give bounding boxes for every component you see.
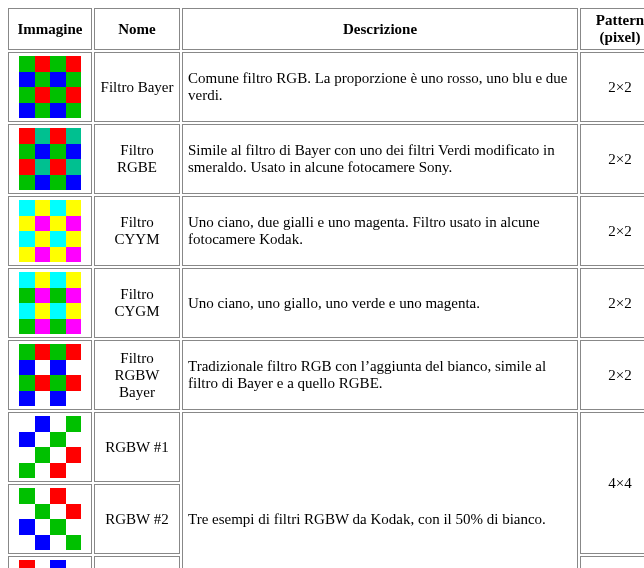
swatch-pixel [50, 56, 66, 72]
swatch-pixel [19, 288, 35, 304]
swatch-pixel [19, 231, 35, 247]
swatch-pixel [19, 87, 35, 103]
swatch-pixel [35, 103, 51, 119]
desc-cell: Simile al filtro di Bayer con uno dei fi… [182, 124, 578, 194]
swatch-pixel [19, 103, 35, 119]
swatch-pixel [35, 303, 51, 319]
swatch-pixel [35, 159, 51, 175]
swatch-pixel [50, 447, 66, 463]
swatch-cell [8, 340, 92, 410]
swatch-pixel [66, 416, 82, 432]
table-row: Filtro CYGM Uno ciano, uno giallo, uno v… [8, 268, 644, 338]
swatch-pixel [50, 535, 66, 551]
swatch-rgbe [19, 128, 81, 190]
swatch-pixel [50, 560, 66, 568]
swatch-pixel [19, 159, 35, 175]
swatch-pixel [50, 272, 66, 288]
pattern-cell: 2×2 [580, 52, 644, 122]
pattern-cell: 2×2 [580, 124, 644, 194]
swatch-pixel [35, 216, 51, 232]
header-pattern-line1: Pattern [596, 12, 644, 28]
name-cell: RGBW #2 [94, 484, 180, 554]
swatch-pixel [19, 144, 35, 160]
desc-cell: Uno ciano, uno giallo, uno verde e uno m… [182, 268, 578, 338]
swatch-pixel [35, 488, 51, 504]
swatch-pixel [35, 360, 51, 376]
swatch-pixel [66, 288, 82, 304]
swatch-pixel [19, 272, 35, 288]
swatch-pixel [66, 319, 82, 335]
swatch-pixel [19, 56, 35, 72]
swatch-pixel [50, 159, 66, 175]
swatch-cell [8, 268, 92, 338]
swatch-pixel [35, 288, 51, 304]
name-cell: Filtro CYYM [94, 196, 180, 266]
swatch-pixel [35, 87, 51, 103]
swatch-pixel [19, 519, 35, 535]
swatch-pixel [35, 175, 51, 191]
swatch-pixel [35, 375, 51, 391]
pattern-cell: 4×4 [580, 412, 644, 554]
swatch-pixel [35, 416, 51, 432]
name-cell: Filtro RGBE [94, 124, 180, 194]
filters-table: Immagine Nome Descrizione Pattern (pixel… [6, 6, 644, 568]
swatch-pixel [66, 519, 82, 535]
swatch-pixel [50, 231, 66, 247]
swatch-pixel [19, 319, 35, 335]
pattern-cell: 2×2 [580, 196, 644, 266]
swatch-pixel [35, 144, 51, 160]
swatch-pixel [66, 159, 82, 175]
swatch-pixel [35, 463, 51, 479]
table-row: Filtro RGBE Simile al filtro di Bayer co… [8, 124, 644, 194]
swatch-cell [8, 196, 92, 266]
table-row: RGBW #1 Tre esempi di filtri RGBW da Kod… [8, 412, 644, 482]
swatch-pixel [19, 560, 35, 568]
swatch-pixel [35, 344, 51, 360]
swatch-pixel [35, 447, 51, 463]
swatch-pixel [19, 488, 35, 504]
swatch-pixel [35, 519, 51, 535]
swatch-pixel [50, 416, 66, 432]
swatch-pixel [19, 72, 35, 88]
swatch-pixel [19, 175, 35, 191]
swatch-cyym [19, 200, 81, 262]
swatch-pixel [66, 488, 82, 504]
swatch-pixel [19, 463, 35, 479]
swatch-pixel [35, 247, 51, 263]
swatch-pixel [19, 360, 35, 376]
desc-cell: Uno ciano, due gialli e uno magenta. Fil… [182, 196, 578, 266]
swatch-pixel [50, 288, 66, 304]
header-description: Descrizione [182, 8, 578, 50]
swatch-pixel [50, 216, 66, 232]
swatch-pixel [50, 463, 66, 479]
swatch-pixel [66, 231, 82, 247]
swatch-bayer [19, 56, 81, 118]
swatch-pixel [35, 504, 51, 520]
pattern-cell: 2×4 [580, 556, 644, 568]
swatch-pixel [66, 216, 82, 232]
swatch-pixel [50, 303, 66, 319]
header-pattern-line2: (pixel) [600, 29, 641, 45]
swatch-pixel [35, 272, 51, 288]
name-cell: RGBW #1 [94, 412, 180, 482]
swatch-pixel [50, 319, 66, 335]
swatch-pixel [19, 303, 35, 319]
swatch-pixel [66, 391, 82, 407]
name-cell: Filtro Bayer [94, 52, 180, 122]
swatch-pixel [66, 247, 82, 263]
swatch-pixel [19, 504, 35, 520]
swatch-pixel [50, 175, 66, 191]
swatch-cygm [19, 272, 81, 334]
swatch-pixel [66, 344, 82, 360]
swatch-pixel [66, 87, 82, 103]
swatch-pixel [66, 144, 82, 160]
swatch-pixel [50, 375, 66, 391]
swatch-pixel [19, 128, 35, 144]
swatch-pixel [50, 360, 66, 376]
swatch-cell [8, 412, 92, 482]
swatch-cell [8, 556, 92, 568]
swatch-cell [8, 484, 92, 554]
swatch-pixel [66, 560, 82, 568]
swatch-pixel [50, 432, 66, 448]
swatch-pixel [50, 103, 66, 119]
